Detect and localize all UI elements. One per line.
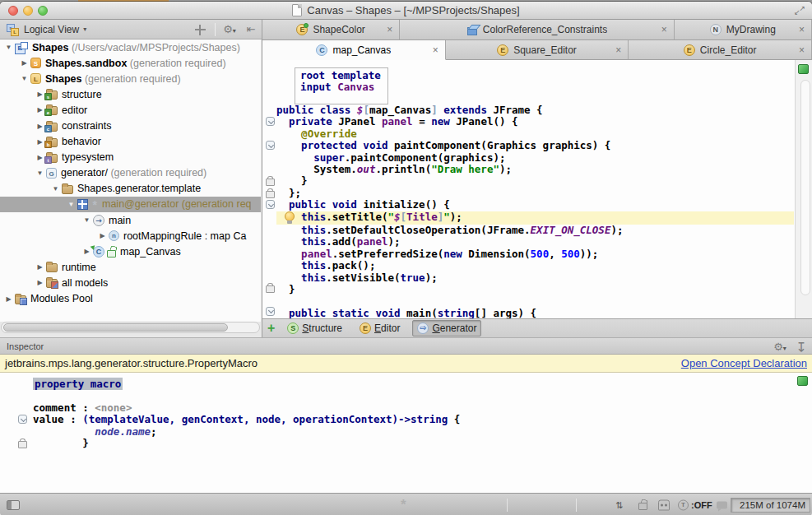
tab-square-editor[interactable]: Square_Editor× <box>446 40 629 60</box>
expand-arrow[interactable]: ▶ <box>35 263 45 271</box>
folder-icon: e <box>46 106 58 115</box>
memory-indicator[interactable]: 215M of 1074M <box>731 498 810 513</box>
close-icon[interactable]: × <box>799 45 805 55</box>
hector-inspector-icon[interactable] <box>658 500 670 511</box>
tab-colorreference-constraints[interactable]: ColorReference_Constraints× <box>400 20 675 40</box>
tree-item-shapes[interactable]: ▼Shapes (/Users/vaclav/MPSProjects/Shape… <box>0 39 261 55</box>
open-concept-declaration-link[interactable]: Open Concept Declaration <box>681 357 807 369</box>
expand-arrow[interactable]: ▶ <box>35 279 45 286</box>
toggle-toolwindows-icon[interactable] <box>7 500 20 510</box>
expand-arrow[interactable]: ▶ <box>19 59 30 67</box>
close-icon[interactable]: × <box>615 45 621 55</box>
fullscreen-icon[interactable]: ↗↙ <box>794 5 805 16</box>
tab-label: MyDrawing <box>726 24 776 35</box>
view-selector-label: Logical View <box>24 24 79 35</box>
tab-label: Circle_Editor <box>700 44 757 56</box>
tab-circle-editor[interactable]: Circle_Editor× <box>629 40 812 60</box>
gear-icon[interactable]: ⚙▾ <box>772 340 788 353</box>
background-task-spinner-icon: * <box>401 497 406 513</box>
expand-arrow[interactable]: ▼ <box>35 169 45 177</box>
expand-arrow[interactable]: ▼ <box>3 44 14 51</box>
editor-view-tabs: + StructureEditorGenerator <box>262 318 812 337</box>
tree-item-structure[interactable]: ▶sstructure <box>0 86 261 102</box>
tree-item-main[interactable]: ▼main <box>0 212 261 228</box>
tree-item-modules-pool[interactable]: ▶Modules Pool <box>0 291 261 307</box>
g-gen-icon <box>417 322 429 334</box>
tree-item-typesystem[interactable]: ▶ttypesystem <box>0 150 261 165</box>
lock-icon[interactable] <box>638 499 647 511</box>
tab-shapecolor[interactable]: ShapeColor× <box>262 20 400 40</box>
sort-arrows-icon[interactable]: ⇅ <box>615 500 623 511</box>
tree-item-shapes[interactable]: ▼Shapes (generation required) <box>0 71 261 86</box>
view-selector[interactable]: sL Logical View ▾ <box>0 20 93 39</box>
hide-panel-icon[interactable]: ⇤ <box>243 22 259 37</box>
tree-item-all-models[interactable]: ▶all models <box>0 275 261 290</box>
intention-bulb-icon[interactable] <box>285 211 295 224</box>
tree-item-map-canvas[interactable]: ▶map_Canvas <box>0 244 261 259</box>
folder-badge: s <box>44 93 52 100</box>
tree-item-suffix: (generation required) <box>127 58 225 69</box>
tree-item-main-generator[interactable]: ▼main@generator (generation req <box>0 197 261 212</box>
typesystem-status[interactable]: :OFF <box>691 500 712 510</box>
tree-item-generator[interactable]: ▼generator/ (generation required) <box>0 165 261 181</box>
event-log-bubble-icon[interactable] <box>717 502 727 509</box>
root-template-header: root templateinput Canvas <box>295 67 388 104</box>
folder-badge: b <box>44 141 52 148</box>
mps-window: Canvas – Shapes – [~/MPSProjects/Shapes]… <box>0 2 812 515</box>
close-icon[interactable]: × <box>799 25 805 35</box>
editor-e-icon <box>684 44 695 56</box>
tree-item-constraints[interactable]: ▶cconstraints <box>0 118 261 133</box>
close-icon[interactable]: × <box>433 45 438 55</box>
tree-item-rootmappingrule-map-ca[interactable]: ▶rootMappingRule : map Ca <box>0 228 261 244</box>
close-icon[interactable]: × <box>661 25 667 35</box>
dock-icon[interactable]: ↧ <box>793 340 810 353</box>
fold-icon[interactable] <box>266 307 275 316</box>
zoom-window-button[interactable] <box>38 6 48 16</box>
expand-arrow[interactable]: ▼ <box>66 201 77 208</box>
code-line: private JPanel panel = new JPanel() { <box>276 116 794 128</box>
view-tab-generator[interactable]: Generator <box>412 320 481 336</box>
minimize-window-button[interactable] <box>23 6 33 16</box>
view-tab-label: Generator <box>432 322 476 334</box>
gear-icon[interactable]: ⚙▾ <box>221 22 238 37</box>
code-editor[interactable]: root templateinput Canvas public class $… <box>262 60 812 318</box>
close-icon[interactable]: × <box>387 25 392 35</box>
fold-icon[interactable] <box>266 200 275 209</box>
header-box-line: input Canvas <box>300 81 381 93</box>
tree-item-shapes-sandbox[interactable]: ▶Shapes.sandbox (generation required) <box>0 55 261 71</box>
scrollbar-thumb[interactable] <box>3 323 228 332</box>
close-window-button[interactable] <box>8 6 18 16</box>
inspector-body[interactable]: property macro comment : <none>value : (… <box>0 373 812 493</box>
inspector-code-line: property macro <box>33 378 460 390</box>
expand-arrow[interactable]: ▶ <box>97 232 108 239</box>
expand-arrow[interactable]: ▼ <box>50 185 61 193</box>
tab-mydrawing[interactable]: MyDrawing× <box>675 20 812 40</box>
project-tree[interactable]: ▼Shapes (/Users/vaclav/MPSProjects/Shape… <box>0 39 261 322</box>
tree-item-shapes-generator-template[interactable]: ▼Shapes.generator.template <box>0 181 261 197</box>
typesystem-icon[interactable] <box>678 500 689 511</box>
inspector-code[interactable]: property macro comment : <none>value : (… <box>33 378 460 449</box>
code-area[interactable]: public class $[map_Canvas] extends JFram… <box>276 104 794 318</box>
scroll-from-source-icon[interactable] <box>193 22 209 37</box>
horizontal-scrollbar[interactable] <box>1 322 260 333</box>
view-tab-editor[interactable]: Editor <box>355 320 405 336</box>
tree-item-runtime[interactable]: ▶runtime <box>0 259 261 275</box>
expand-arrow[interactable]: ▶ <box>3 295 14 303</box>
class-c-icon <box>316 44 327 56</box>
tree-item-behavior[interactable]: ▶bbehavior <box>0 134 261 150</box>
expand-arrow[interactable]: ▼ <box>19 75 30 82</box>
tree-item-editor[interactable]: ▶eeditor <box>0 102 261 118</box>
add-view-button[interactable]: + <box>267 322 275 335</box>
view-tab-structure[interactable]: Structure <box>282 320 347 336</box>
title-bar[interactable]: Canvas – Shapes – [~/MPSProjects/Shapes]… <box>0 2 812 20</box>
expand-arrow[interactable]: ▶ <box>81 248 92 255</box>
fold-icon[interactable] <box>266 141 275 150</box>
fold-icon[interactable] <box>266 117 275 126</box>
tab-map-canvas[interactable]: map_Canvas× <box>262 40 446 60</box>
scrollbar-track[interactable] <box>800 80 810 295</box>
tree-item-suffix: (generation req <box>179 198 251 210</box>
fold-icon[interactable] <box>18 415 27 424</box>
expand-arrow[interactable]: ▼ <box>81 216 92 224</box>
error-stripe <box>795 60 812 318</box>
document-icon <box>292 4 302 16</box>
